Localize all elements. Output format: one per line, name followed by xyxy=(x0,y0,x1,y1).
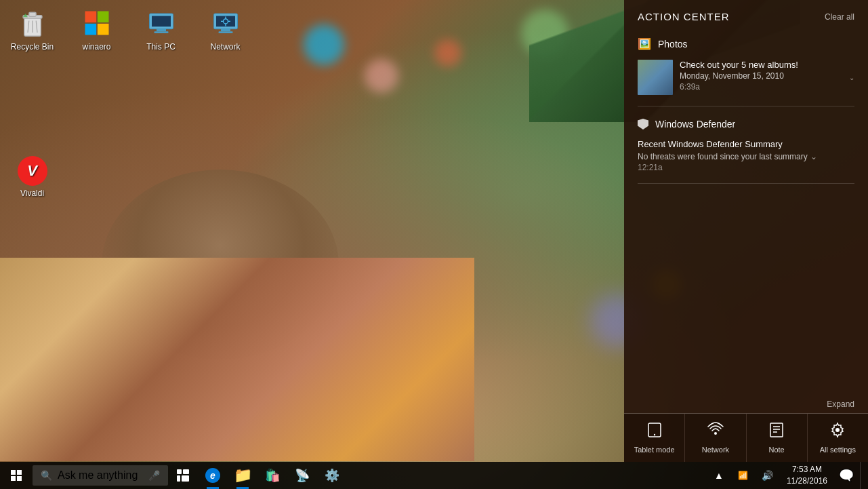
cushion xyxy=(0,258,474,461)
taskbar: 🔍 Ask me anything 🎤 e 📁 xyxy=(0,462,868,489)
svg-rect-2 xyxy=(28,12,36,16)
clear-all-button[interactable]: Clear all xyxy=(825,12,854,22)
recycle-bin-icon xyxy=(16,7,49,39)
quick-actions-grid: Tablet mode Network xyxy=(624,413,868,462)
note-label: Note xyxy=(769,446,785,454)
desktop-icons: Recycle Bin winaero xyxy=(7,7,251,52)
svg-rect-33 xyxy=(177,475,180,482)
svg-point-25 xyxy=(714,432,717,435)
taskbar-apps: e 📁 🛍️ 📡 ⚙️ xyxy=(168,462,347,489)
defender-app-header: Windows Defender xyxy=(624,112,868,134)
network-icon xyxy=(209,7,242,39)
file-explorer-button[interactable]: 📁 xyxy=(228,462,257,489)
system-clock[interactable]: 7:53 AM 11/28/2016 xyxy=(781,462,833,489)
quick-action-tablet-mode[interactable]: Tablet mode xyxy=(624,414,684,462)
recycle-bin-label: Recycle Bin xyxy=(11,42,54,52)
desktop-icon-vivaldi[interactable]: V Vivaldi xyxy=(7,156,58,198)
defender-shield-icon xyxy=(638,119,648,130)
vivaldi-icon-img: V xyxy=(18,156,47,186)
this-pc-label: This PC xyxy=(146,42,175,52)
edge-button[interactable]: e xyxy=(198,462,228,489)
connect-button[interactable]: 📡 xyxy=(287,462,317,489)
defender-notif-desc: No threats were found since your last su… xyxy=(638,152,854,161)
svg-rect-9 xyxy=(97,24,108,35)
svg-rect-16 xyxy=(221,29,230,32)
photos-app-header: 🖼️ Photos xyxy=(624,31,868,54)
task-view-button[interactable] xyxy=(168,462,198,489)
cortana-search-bar[interactable]: 🔍 Ask me anything 🎤 xyxy=(33,465,168,486)
desktop-icon-this-pc[interactable]: This PC xyxy=(136,7,186,52)
svg-rect-12 xyxy=(157,29,166,32)
bokeh-4 xyxy=(365,59,398,93)
photos-notification-content: Check out your 5 new albums! Monday, Nov… xyxy=(680,60,842,92)
defender-notif-time: 12:21a xyxy=(638,163,854,172)
connect-icon: 📡 xyxy=(295,468,310,483)
search-placeholder: Ask me anything xyxy=(58,469,138,482)
svg-rect-32 xyxy=(183,469,189,474)
all-settings-label: All settings xyxy=(820,446,856,454)
defender-notification-group: Windows Defender Recent Windows Defender… xyxy=(624,112,868,178)
defender-notification-item[interactable]: Recent Windows Defender Summary No threa… xyxy=(624,134,868,178)
settings-icon: ⚙️ xyxy=(325,468,339,483)
volume-tray-icon[interactable]: 🔊 xyxy=(757,462,779,489)
photos-notif-subtitle: Monday, November 15, 2010 xyxy=(680,71,842,81)
taskbar-system-tray: ▲ 📶 🔊 7:53 AM 11/28/2016 🗨️ xyxy=(708,462,860,489)
clock-date: 11/28/2016 xyxy=(787,475,827,487)
file-explorer-icon: 📁 xyxy=(234,467,252,484)
quick-action-all-settings[interactable]: All settings xyxy=(808,414,868,462)
bokeh-2 xyxy=(434,39,461,66)
expand-button[interactable]: Expand xyxy=(624,395,868,413)
network-signal-icon: 📶 xyxy=(738,471,748,480)
quick-action-note[interactable]: Note xyxy=(747,414,807,462)
tablet-mode-icon xyxy=(646,422,663,442)
network-qa-icon xyxy=(707,422,724,442)
clock-time: 7:53 AM xyxy=(792,464,822,475)
windows-logo xyxy=(11,470,22,481)
photos-notification-group: 🖼️ Photos Check out your 5 new albums! M… xyxy=(624,31,868,100)
action-center-tray-icon: 🗨️ xyxy=(839,468,854,483)
action-center-tray-button[interactable]: 🗨️ xyxy=(835,462,857,489)
photos-thumbnail xyxy=(638,60,673,95)
defender-expand-icon[interactable]: ⌄ xyxy=(810,152,817,161)
photos-notification-item[interactable]: Check out your 5 new albums! Monday, Nov… xyxy=(624,54,868,100)
svg-rect-17 xyxy=(218,31,232,33)
winaero-label: winaero xyxy=(82,42,110,52)
desktop-icon-winaero[interactable]: winaero xyxy=(71,7,122,52)
network-label: Network xyxy=(210,42,240,52)
desktop: Recycle Bin winaero xyxy=(0,0,868,489)
bokeh-1 xyxy=(304,24,344,65)
chevron-up-icon: ▲ xyxy=(714,470,724,481)
task-view-icon xyxy=(177,469,189,482)
svg-rect-26 xyxy=(770,423,783,437)
notifications-divider-1 xyxy=(638,106,854,106)
svg-rect-11 xyxy=(152,16,171,27)
hidden-icons-button[interactable]: ▲ xyxy=(708,462,730,489)
svg-rect-6 xyxy=(85,12,96,23)
svg-rect-8 xyxy=(85,24,96,35)
photos-app-name: Photos xyxy=(658,39,688,50)
edge-icon: e xyxy=(205,468,220,483)
quick-action-network[interactable]: Network xyxy=(685,414,745,462)
settings-button[interactable]: ⚙️ xyxy=(317,462,347,489)
photos-notif-time: 6:39a xyxy=(680,82,842,92)
svg-rect-7 xyxy=(97,12,108,23)
show-desktop-button[interactable] xyxy=(860,462,868,489)
network-tray-icon[interactable]: 📶 xyxy=(732,462,754,489)
note-icon xyxy=(768,422,785,442)
svg-rect-13 xyxy=(154,31,168,33)
microphone-icon[interactable]: 🎤 xyxy=(148,470,160,481)
svg-point-30 xyxy=(835,428,840,432)
winaero-icon xyxy=(81,7,113,39)
desktop-icon-recycle-bin[interactable]: Recycle Bin xyxy=(7,7,58,52)
desktop-icon-network[interactable]: Network xyxy=(200,7,251,52)
store-button[interactable]: 🛍️ xyxy=(257,462,287,489)
action-center-title: ACTION CENTER xyxy=(638,11,730,22)
svg-rect-31 xyxy=(177,469,182,474)
photos-expand-icon[interactable]: ⌄ xyxy=(849,74,854,81)
volume-icon: 🔊 xyxy=(762,470,773,481)
network-qa-label: Network xyxy=(702,446,729,454)
defender-notif-subtitle: No threats were found since your last su… xyxy=(638,152,808,161)
action-center-panel: ACTION CENTER Clear all 🖼️ Photos Check … xyxy=(624,0,868,462)
start-button[interactable] xyxy=(0,462,33,489)
photos-notif-title: Check out your 5 new albums! xyxy=(680,60,842,70)
